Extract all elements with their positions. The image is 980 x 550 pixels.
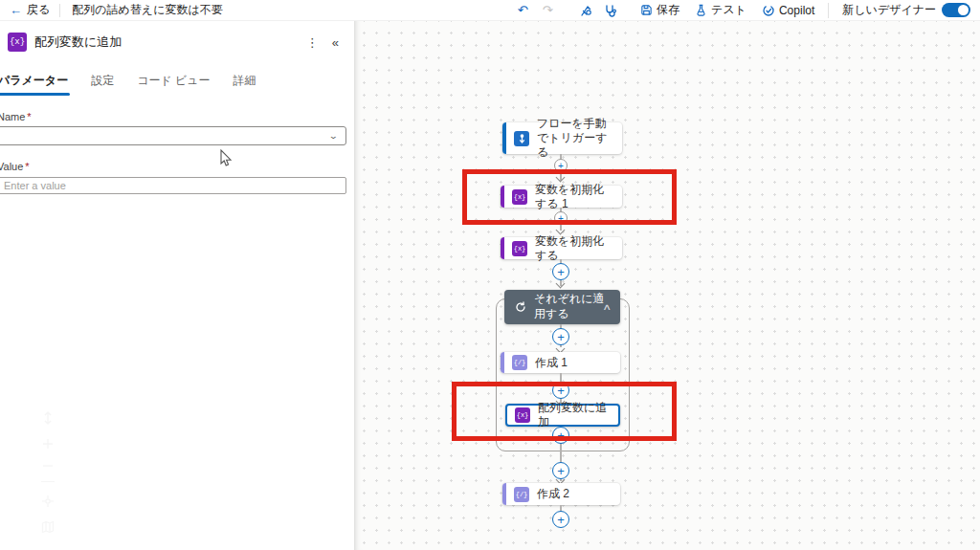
back-button[interactable]: ← 戻る: [0, 2, 59, 18]
variable-icon: {x}: [8, 33, 27, 52]
zoom-out-icon[interactable]: [41, 463, 55, 469]
action-details-panel: {x} 配列変数に追加 ⋮ « パラメーター 設定 コード ビュー 詳細 Nam…: [0, 21, 354, 550]
plus-icon: +: [557, 330, 565, 344]
compose-icon: {/}: [512, 355, 527, 370]
compose-accent-bar: [502, 483, 506, 505]
variable-accent-bar: [501, 237, 504, 259]
for-each-label: それぞれに適用する: [534, 292, 606, 321]
chevron-down-icon: ⌄: [329, 131, 348, 141]
tab-parameters[interactable]: パラメーター: [0, 73, 70, 96]
toggle-knob: [958, 5, 969, 15]
value-input[interactable]: [0, 177, 346, 194]
minimap-icon[interactable]: [41, 520, 55, 534]
panel-tabs: パラメーター 設定 コード ビュー 詳細: [0, 59, 354, 96]
loop-icon: [513, 299, 528, 315]
node-label: 作成 2: [537, 487, 577, 501]
flow-canvas[interactable]: フローを手動でトリガーする + {x} 変数を初期化する 1 + {x} 変数を…: [354, 21, 980, 550]
flow-node-compose-1[interactable]: {/} 作成 1: [501, 352, 620, 373]
add-action-button[interactable]: +: [552, 263, 569, 280]
trigger-accent-bar: [502, 122, 506, 154]
copilot-button[interactable]: Copilot: [754, 0, 822, 21]
tab-details[interactable]: 詳細: [232, 73, 258, 96]
node-label: 作成 1: [535, 356, 575, 370]
copilot-icon: [762, 4, 775, 17]
arrow-down-icon: [557, 280, 565, 288]
undo-button[interactable]: ↶: [510, 0, 535, 21]
new-designer-toggle[interactable]: [942, 3, 970, 17]
annotation-highlight-append-array: [452, 382, 677, 441]
manual-trigger-icon: [514, 131, 529, 146]
required-asterisk: *: [27, 111, 31, 122]
add-action-button[interactable]: +: [552, 511, 569, 528]
redo-button[interactable]: ↷: [535, 0, 560, 21]
add-action-button[interactable]: +: [552, 328, 569, 345]
back-label: 戻る: [27, 2, 50, 18]
flow-node-initialize-variable[interactable]: {x} 変数を初期化する: [501, 237, 622, 259]
troubleshoot-button[interactable]: [598, 0, 623, 21]
fit-view-icon[interactable]: [41, 411, 55, 425]
required-asterisk: *: [25, 161, 29, 172]
variable-icon: {x}: [512, 241, 527, 256]
plus-icon: +: [557, 265, 565, 279]
flow-node-for-each[interactable]: それぞれに適用する ∧: [504, 290, 620, 324]
tab-code-view[interactable]: コード ビュー: [135, 73, 212, 96]
zoom-in-icon[interactable]: [41, 437, 55, 451]
value-field-label: Value*: [0, 161, 346, 172]
top-command-bar: ← 戻る 配列の詰め替えに変数は不要 ↶ ↷ 保存: [0, 0, 980, 21]
flow-checker-icon: [579, 4, 592, 17]
flow-title: 配列の詰め替えに変数は不要: [60, 2, 234, 18]
panel-title: 配列変数に追加: [34, 33, 122, 51]
stethoscope-icon: [604, 4, 617, 17]
test-button[interactable]: テスト: [687, 0, 754, 21]
plus-icon: +: [557, 513, 565, 527]
divider: [41, 481, 55, 482]
copilot-label: Copilot: [779, 4, 814, 17]
new-designer-label: 新しいデザイナー: [842, 2, 936, 18]
test-label: テスト: [711, 2, 746, 18]
name-combobox[interactable]: ⌄: [0, 126, 346, 145]
compose-accent-bar: [501, 352, 504, 373]
flow-node-manual-trigger[interactable]: フローを手動でトリガーする: [502, 122, 622, 154]
pan-icon[interactable]: [41, 495, 55, 508]
collapse-panel-button[interactable]: «: [332, 36, 339, 49]
annotation-highlight-init-variable-1: [462, 169, 677, 225]
tab-settings[interactable]: 設定: [89, 73, 116, 96]
compose-icon: {/}: [514, 487, 529, 502]
flow-checker-button[interactable]: [573, 0, 598, 21]
save-disk-icon: [640, 4, 653, 16]
chevron-up-icon[interactable]: ∧: [603, 302, 624, 312]
node-label: 変数を初期化する: [535, 234, 622, 263]
flow-node-compose-2[interactable]: {/} 作成 2: [502, 483, 620, 505]
save-label: 保存: [657, 2, 679, 18]
more-menu-button[interactable]: ⋮: [306, 36, 319, 49]
back-arrow-icon: ←: [10, 4, 22, 16]
save-button[interactable]: 保存: [633, 0, 687, 21]
test-flask-icon: [695, 4, 707, 16]
canvas-controls: [38, 411, 57, 534]
trigger-label: フローを手動でトリガーする: [537, 117, 622, 160]
name-field-label: Name*: [0, 111, 346, 122]
